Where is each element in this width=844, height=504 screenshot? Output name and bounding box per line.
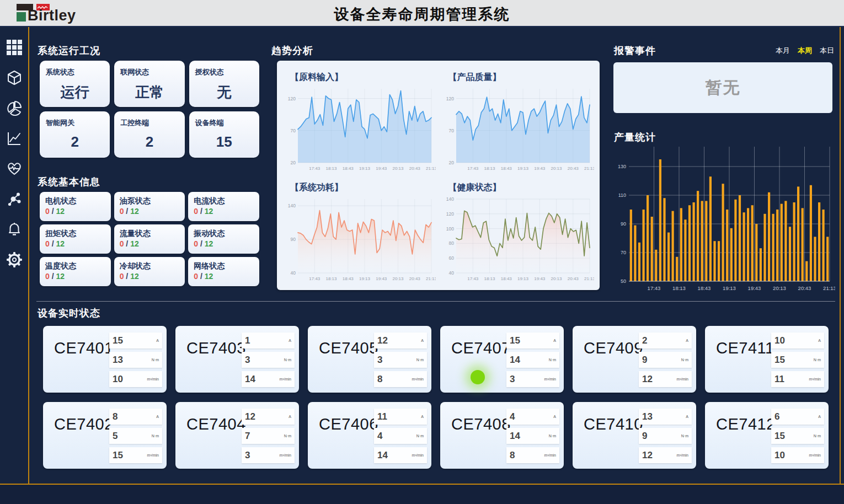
alarm-tab[interactable]: 本月 bbox=[776, 46, 790, 56]
device-metrics: 4A14N·m8m³/min bbox=[506, 409, 559, 467]
device-metrics: 12A7N·m3m³/min bbox=[242, 409, 295, 467]
svg-text:140: 140 bbox=[288, 203, 296, 208]
svg-text:21:13: 21:13 bbox=[823, 285, 835, 291]
apps-grid-icon[interactable] bbox=[6, 39, 23, 56]
info-card-count: 0 / 12 bbox=[194, 207, 213, 216]
info-card: 电机状态0 / 12 bbox=[40, 192, 111, 221]
device-metric-unit: m³/min bbox=[809, 377, 821, 381]
device-metric-row: 15A bbox=[506, 333, 559, 348]
device-metric-unit: A bbox=[421, 339, 424, 342]
svg-text:120: 120 bbox=[288, 96, 296, 101]
health-monitor-icon[interactable] bbox=[6, 160, 23, 177]
info-card-label: 网络状态 bbox=[194, 261, 225, 271]
svg-text:70: 70 bbox=[291, 128, 296, 133]
device-card[interactable]: CE740611A4N·m14m³/min bbox=[308, 402, 431, 469]
device-metric-value: 2 bbox=[642, 335, 647, 346]
device-metric-row: 3N·m bbox=[374, 352, 427, 368]
info-card: 流量状态0 / 12 bbox=[114, 224, 185, 254]
svg-text:110: 110 bbox=[618, 192, 626, 198]
svg-text:18:13: 18:13 bbox=[325, 276, 337, 281]
device-metric-value: 13 bbox=[113, 355, 123, 366]
device-metric-unit: m³/min bbox=[280, 377, 291, 381]
info-card: 冷却状态0 / 12 bbox=[114, 257, 185, 286]
device-card[interactable]: CE74126A15N·m10m³/min bbox=[705, 402, 829, 469]
device-metric-row: 4A bbox=[506, 409, 559, 425]
info-card: 网络状态0 / 12 bbox=[188, 257, 259, 286]
cube-icon[interactable] bbox=[6, 69, 23, 86]
device-card[interactable]: CE740715A14N·m3m³/min bbox=[440, 326, 564, 393]
svg-text:19:13: 19:13 bbox=[517, 276, 528, 281]
line-chart-icon[interactable] bbox=[6, 130, 23, 147]
info-card: 扭矩状态0 / 12 bbox=[40, 224, 111, 254]
status-card-value: 2 bbox=[40, 133, 110, 151]
status-card: 系统状态运行 bbox=[40, 61, 110, 107]
device-card[interactable]: CE741013A9N·m12m³/min bbox=[573, 402, 696, 469]
devices-divider bbox=[36, 301, 835, 302]
status-card: 设备终端15 bbox=[189, 111, 259, 158]
device-metric-unit: N·m bbox=[152, 358, 159, 362]
info-card: 油泵状态0 / 12 bbox=[114, 192, 185, 221]
alarm-empty-text: 暂无 bbox=[706, 77, 741, 99]
device-card[interactable]: CE741110A15N·m11m³/min bbox=[705, 326, 829, 393]
device-card[interactable]: CE740512A3N·m8m³/min bbox=[308, 326, 431, 393]
device-card[interactable]: CE74031A3N·m14m³/min bbox=[175, 326, 299, 393]
info-card: 振动状态0 / 12 bbox=[188, 224, 259, 254]
bell-icon[interactable] bbox=[6, 221, 23, 238]
device-status-indicator bbox=[471, 370, 485, 384]
status-card: 联网状态正常 bbox=[114, 61, 184, 107]
pie-chart-icon[interactable] bbox=[6, 100, 23, 116]
footer-bar bbox=[0, 485, 844, 504]
gear-icon[interactable] bbox=[6, 251, 23, 268]
svg-text:18:43: 18:43 bbox=[500, 166, 512, 171]
device-metric-value: 14 bbox=[377, 450, 388, 461]
trend-chart-title: 【产品质量】 bbox=[448, 72, 595, 83]
svg-text:20:43: 20:43 bbox=[409, 276, 421, 281]
alarm-tab[interactable]: 本周 bbox=[798, 46, 812, 56]
device-metric-value: 8 bbox=[510, 450, 515, 461]
device-metric-row: 12A bbox=[242, 409, 295, 425]
info-card-label: 温度状态 bbox=[45, 261, 76, 271]
status-card-label: 联网状态 bbox=[120, 67, 149, 77]
device-metric-unit: N·m bbox=[416, 434, 424, 438]
device-metric-row: 14m³/min bbox=[242, 371, 295, 387]
production-bar-chart: 50709011013017:4318:1318:4319:1319:4320:… bbox=[611, 143, 835, 293]
svg-text:120: 120 bbox=[446, 211, 453, 217]
device-metric-value: 6 bbox=[774, 411, 779, 422]
device-card[interactable]: CE74092A9N·m12m³/min bbox=[573, 326, 696, 393]
device-name: CE7410 bbox=[584, 415, 643, 433]
device-metric-unit: A bbox=[553, 415, 556, 419]
device-metric-value: 14 bbox=[510, 431, 520, 442]
section-title-production: 产量统计 bbox=[614, 131, 656, 144]
device-metric-unit: N·m bbox=[284, 358, 291, 362]
device-metric-value: 1 bbox=[245, 335, 250, 346]
device-metric-value: 12 bbox=[642, 374, 653, 385]
device-card[interactable]: CE74028A5N·m15m³/min bbox=[43, 402, 167, 469]
device-metric-unit: m³/min bbox=[147, 453, 159, 457]
device-card[interactable]: CE74084A14N·m8m³/min bbox=[440, 402, 564, 469]
device-metric-row: 12m³/min bbox=[639, 447, 692, 463]
svg-text:19:43: 19:43 bbox=[748, 285, 761, 291]
svg-text:19:43: 19:43 bbox=[376, 166, 387, 171]
status-card-value: 正常 bbox=[114, 83, 184, 102]
trend-chart-title: 【原料输入】 bbox=[290, 72, 436, 83]
trend-chart-plot: 207012017:4318:1318:4319:1319:4320:1320:… bbox=[284, 84, 436, 174]
dashboard-root: Birtley 设备全寿命周期管理系统 系统运行工况 系统状态运行联网状态正常授… bbox=[0, 0, 844, 504]
device-metric-value: 7 bbox=[245, 431, 250, 442]
device-card[interactable]: CE740115A13N·m10m³/min bbox=[43, 326, 167, 393]
device-metrics: 8A5N·m15m³/min bbox=[109, 409, 162, 467]
svg-text:20:43: 20:43 bbox=[798, 285, 811, 291]
svg-text:40: 40 bbox=[291, 270, 296, 276]
device-metric-unit: A bbox=[156, 415, 159, 419]
device-metric-value: 3 bbox=[245, 355, 250, 366]
info-card-label: 振动状态 bbox=[194, 229, 225, 239]
device-metric-unit: m³/min bbox=[280, 453, 291, 457]
device-metric-value: 11 bbox=[377, 411, 387, 422]
alarm-period-tabs: 本月本周本日 bbox=[706, 45, 834, 56]
device-card[interactable]: CE740412A7N·m3m³/min bbox=[175, 402, 299, 469]
device-metric-value: 5 bbox=[113, 431, 117, 442]
devices-grid: CE740115A13N·m10m³/minCE74031A3N·m14m³/m… bbox=[43, 326, 829, 469]
molecule-icon[interactable] bbox=[6, 191, 23, 207]
status-card-value: 15 bbox=[189, 133, 259, 151]
svg-text:140: 140 bbox=[446, 196, 453, 202]
alarm-tab[interactable]: 本日 bbox=[820, 46, 834, 56]
